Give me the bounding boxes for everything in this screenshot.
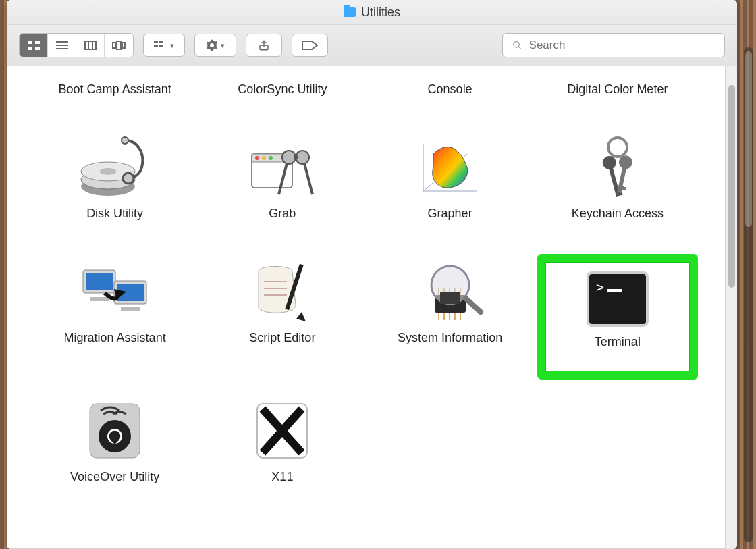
- svg-rect-7: [85, 41, 96, 49]
- utilities-folder-icon: [344, 7, 356, 17]
- app-label: Grapher: [428, 207, 473, 236]
- app-label: Digital Color Meter: [567, 82, 668, 112]
- system-information-icon: [413, 258, 487, 325]
- app-item-script-editor[interactable]: Script Editor: [202, 254, 362, 380]
- svg-point-25: [122, 137, 128, 144]
- svg-rect-16: [159, 45, 163, 47]
- app-item-colorsync[interactable]: ColorSync Utility: [202, 73, 362, 116]
- app-item-keychain-access[interactable]: Keychain Access: [537, 130, 698, 240]
- app-label: Console: [428, 82, 473, 112]
- svg-rect-73: [607, 289, 622, 292]
- svg-point-30: [269, 156, 273, 160]
- app-label: X11: [271, 470, 293, 500]
- svg-rect-1: [35, 41, 40, 44]
- app-label: Terminal: [595, 335, 641, 365]
- window-titlebar[interactable]: Utilities: [7, 0, 737, 25]
- app-label: VoiceOver Utility: [70, 470, 159, 500]
- tags-button[interactable]: [292, 34, 328, 57]
- svg-rect-47: [90, 297, 109, 301]
- finder-window: Utilities ▾ ▾: [7, 0, 737, 549]
- svg-line-70: [466, 298, 481, 312]
- app-label: Grab: [269, 207, 296, 236]
- icon-grid-area[interactable]: Boot Camp Assistant ColorSync Utility Co…: [7, 66, 726, 549]
- svg-point-23: [100, 168, 116, 175]
- app-label: Migration Assistant: [64, 331, 166, 361]
- share-button[interactable]: [246, 34, 282, 57]
- svg-rect-3: [35, 47, 40, 50]
- svg-rect-46: [86, 273, 113, 290]
- svg-point-28: [255, 156, 259, 160]
- window-title: Utilities: [361, 5, 400, 20]
- svg-point-18: [514, 42, 520, 48]
- view-coverflow-button[interactable]: [105, 34, 133, 57]
- terminal-icon: >: [584, 269, 651, 330]
- svg-rect-14: [159, 41, 163, 43]
- svg-point-37: [608, 138, 627, 157]
- svg-rect-13: [154, 41, 158, 43]
- x11-icon: [245, 397, 319, 465]
- app-item-system-information[interactable]: System Information: [370, 254, 531, 380]
- app-item-console[interactable]: Console: [370, 73, 531, 116]
- view-icon-button[interactable]: [20, 34, 48, 57]
- script-editor-icon: [245, 258, 319, 325]
- grapher-icon: [413, 134, 487, 201]
- view-list-button[interactable]: [48, 34, 76, 57]
- search-input[interactable]: [528, 38, 715, 53]
- svg-rect-12: [122, 43, 125, 48]
- svg-text:>: >: [596, 279, 604, 295]
- svg-marker-56: [296, 312, 306, 321]
- search-icon: [512, 40, 522, 51]
- svg-rect-2: [28, 47, 32, 50]
- view-mode-segment: [19, 33, 134, 57]
- search-field[interactable]: [502, 33, 725, 57]
- page-scrollbar[interactable]: [744, 47, 753, 542]
- app-item-digital-color-meter[interactable]: Digital Color Meter: [537, 73, 698, 116]
- app-item-x11[interactable]: X11: [202, 393, 362, 504]
- svg-rect-11: [117, 41, 121, 49]
- keychain-icon: [580, 134, 655, 201]
- grab-icon: [245, 134, 319, 201]
- disk-utility-icon: [78, 134, 152, 201]
- voiceover-utility-icon: [78, 397, 152, 465]
- app-item-grapher[interactable]: Grapher: [370, 130, 531, 240]
- svg-line-19: [518, 47, 521, 49]
- app-label: Script Editor: [249, 331, 315, 361]
- content-scrollbar[interactable]: [726, 66, 737, 549]
- app-item-bootcamp[interactable]: Boot Camp Assistant: [34, 73, 195, 116]
- app-item-voiceover-utility[interactable]: VoiceOver Utility: [34, 393, 195, 504]
- app-item-migration-assistant[interactable]: Migration Assistant: [34, 254, 195, 380]
- svg-rect-50: [121, 307, 140, 311]
- svg-rect-10: [113, 43, 115, 48]
- app-label: Disk Utility: [86, 207, 143, 236]
- svg-rect-33: [294, 155, 298, 159]
- svg-point-24: [123, 173, 134, 184]
- svg-rect-15: [154, 45, 158, 47]
- svg-point-31: [282, 151, 296, 164]
- arrange-button[interactable]: ▾: [143, 34, 185, 57]
- svg-rect-69: [440, 292, 460, 304]
- svg-rect-0: [28, 41, 32, 44]
- app-item-grab[interactable]: Grab: [202, 130, 362, 240]
- app-item-terminal[interactable]: > Terminal: [537, 254, 698, 380]
- toolbar: ▾ ▾: [7, 25, 737, 66]
- app-label: Boot Camp Assistant: [59, 82, 171, 112]
- app-label: Keychain Access: [572, 207, 664, 236]
- migration-assistant-icon: [78, 258, 152, 325]
- view-column-button[interactable]: [76, 34, 105, 57]
- app-label: ColorSync Utility: [238, 82, 327, 112]
- app-item-disk-utility[interactable]: Disk Utility: [34, 130, 195, 240]
- action-button[interactable]: ▾: [194, 34, 236, 57]
- svg-point-29: [262, 156, 266, 160]
- app-label: System Information: [398, 331, 502, 361]
